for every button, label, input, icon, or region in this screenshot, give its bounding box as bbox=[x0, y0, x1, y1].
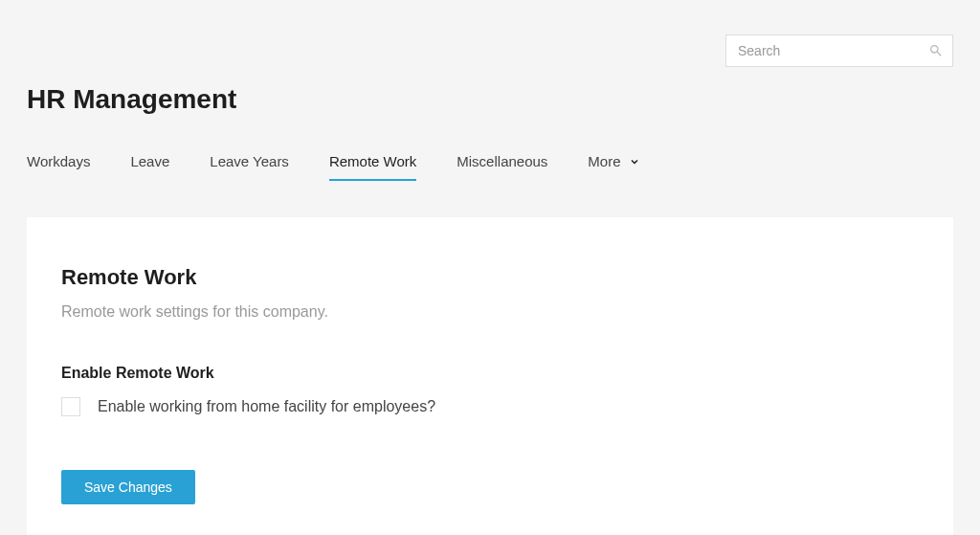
enable-remote-work-checkbox[interactable] bbox=[61, 397, 80, 416]
tab-leave-years[interactable]: Leave Years bbox=[210, 153, 289, 181]
search-container bbox=[725, 34, 953, 67]
search-input[interactable] bbox=[725, 34, 953, 67]
tabs-nav: Workdays Leave Leave Years Remote Work M… bbox=[27, 153, 953, 181]
chevron-down-icon bbox=[629, 156, 640, 167]
field-label-enable-remote-work: Enable Remote Work bbox=[61, 365, 919, 382]
checkbox-label: Enable working from home facility for em… bbox=[98, 398, 435, 415]
save-changes-button[interactable]: Save Changes bbox=[61, 470, 195, 504]
section-description: Remote work settings for this company. bbox=[61, 303, 919, 321]
tab-remote-work[interactable]: Remote Work bbox=[329, 153, 416, 181]
content-panel: Remote Work Remote work settings for thi… bbox=[27, 217, 953, 535]
section-title: Remote Work bbox=[61, 265, 919, 290]
page-title: HR Management bbox=[27, 84, 953, 115]
tab-more[interactable]: More bbox=[588, 153, 639, 181]
tab-leave[interactable]: Leave bbox=[130, 153, 169, 181]
tab-miscellaneous[interactable]: Miscellaneous bbox=[457, 153, 547, 181]
tab-workdays[interactable]: Workdays bbox=[27, 153, 90, 181]
search-icon bbox=[928, 43, 944, 58]
checkbox-row: Enable working from home facility for em… bbox=[61, 397, 919, 416]
tab-more-label: More bbox=[588, 153, 620, 169]
